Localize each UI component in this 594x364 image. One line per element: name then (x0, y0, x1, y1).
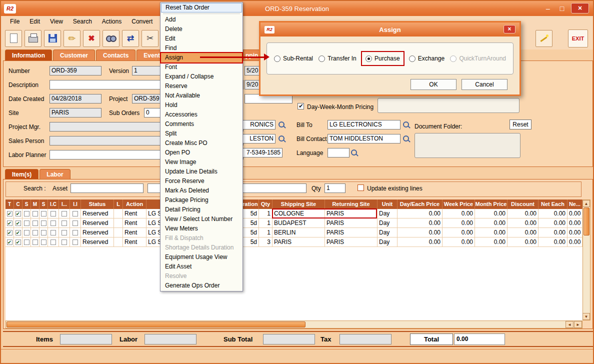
row-checkbox-cell[interactable] (40, 218, 48, 228)
table-cell[interactable]: Rent (123, 238, 146, 247)
menu-item-mark-as-deleted[interactable]: Mark As Deleted (161, 186, 242, 196)
table-cell[interactable]: Rent (123, 218, 146, 228)
row-checkbox-cell[interactable]: ✔ (14, 228, 22, 238)
menu-item-force-reserve[interactable]: Force Reserve (161, 176, 242, 186)
checkbox-icon[interactable] (32, 211, 38, 216)
table-cell[interactable]: 0.00 (475, 218, 508, 228)
checkbox-icon[interactable] (41, 230, 46, 236)
column-header-0[interactable]: T (6, 200, 14, 209)
table-cell[interactable]: 0.00 (442, 238, 475, 247)
column-header-14[interactable]: Shipping Site (272, 200, 325, 209)
hscroll-thumb[interactable] (6, 322, 306, 328)
table-cell[interactable]: 0.00 (508, 238, 538, 247)
row-checkbox-cell[interactable] (48, 238, 59, 247)
item-tab-item-s[interactable]: Item(s) (5, 169, 38, 180)
table-cell[interactable]: 1 (259, 218, 272, 228)
menu-item-find[interactable]: Find (161, 44, 242, 53)
menubar-item-file[interactable]: File (5, 17, 24, 26)
checkbox-icon[interactable] (32, 240, 38, 245)
checkbox-icon[interactable] (24, 220, 30, 226)
row-checkbox-cell[interactable]: ✔ (14, 238, 22, 247)
table-cell[interactable]: 3 (259, 238, 272, 247)
row-checkbox-cell[interactable] (70, 238, 81, 247)
number-input[interactable]: ORD-359 (50, 66, 102, 76)
tab-shipping-partial[interactable]: ppin (243, 50, 260, 60)
date-created-input[interactable]: 04/28/2018 (50, 94, 102, 104)
row-checkbox-cell[interactable] (31, 218, 40, 228)
menubar-item-view[interactable]: View (45, 17, 68, 26)
scroll-left-icon[interactable]: ◄ (566, 321, 574, 328)
column-header-22[interactable]: Ne... (568, 200, 582, 209)
menu-item-view-image[interactable]: View Image (161, 158, 242, 167)
checkbox-checked-icon[interactable]: ✔ (16, 211, 21, 216)
table-cell[interactable]: 0.00 (538, 228, 568, 238)
table-cell[interactable]: 0.00 (475, 238, 508, 247)
table-cell[interactable]: 0.00 (398, 228, 442, 238)
checkbox-checked-icon[interactable]: ✔ (16, 220, 21, 226)
row-checkbox-cell[interactable]: ✔ (14, 209, 22, 218)
row-checkbox-cell[interactable]: ✔ (14, 218, 22, 228)
table-cell[interactable]: 0.00 (508, 209, 538, 218)
table-cell[interactable]: 0.00 (398, 238, 442, 247)
row-checkbox-cell[interactable] (48, 228, 59, 238)
menu-item-open-po[interactable]: Open PO (161, 148, 242, 158)
row-checkbox-cell[interactable] (48, 218, 59, 228)
row-checkbox-cell[interactable] (59, 228, 70, 238)
table-cell[interactable]: Day (378, 209, 398, 218)
table-cell[interactable]: 0.00 (568, 209, 582, 218)
row-checkbox-cell[interactable] (31, 209, 40, 218)
checkbox-icon[interactable] (50, 220, 56, 226)
menu-item-edit-asset[interactable]: Edit Asset (161, 262, 242, 272)
menu-item-create-misc-po[interactable]: Create Misc PO (161, 138, 242, 148)
menu-item-delete[interactable]: Delete (161, 24, 242, 34)
table-cell[interactable]: 0.00 (508, 228, 538, 238)
row-checkbox-cell[interactable]: ✔ (6, 228, 14, 238)
menu-item-view-select-lot-number[interactable]: View / Select Lot Number (161, 214, 242, 224)
dialog-close-icon[interactable]: × (504, 25, 516, 34)
row-checkbox-cell[interactable] (22, 228, 31, 238)
menu-item-equipment-usage-view[interactable]: Equipment Usage View (161, 252, 242, 262)
table-cell[interactable] (114, 238, 123, 247)
contact-search-icon[interactable] (278, 135, 286, 143)
menu-item-accessories[interactable]: Accessories (161, 110, 242, 120)
checkbox-icon[interactable] (50, 211, 56, 216)
checkbox-icon[interactable] (72, 220, 78, 226)
checkbox-icon[interactable] (41, 211, 46, 216)
row-checkbox-cell[interactable] (22, 209, 31, 218)
checkbox-icon[interactable] (24, 240, 30, 245)
bill-to-input[interactable]: LG ELECTRONICS (328, 120, 400, 130)
menu-item-detail-pricing[interactable]: Detail Pricing (161, 205, 242, 214)
radio-exchange[interactable]: Exchange (409, 55, 444, 62)
column-header-3[interactable]: M (31, 200, 40, 209)
column-header-10[interactable]: Action (123, 200, 146, 209)
document-folder-box[interactable] (414, 133, 520, 158)
row-checkbox-cell[interactable]: ✔ (6, 238, 14, 247)
table-cell[interactable]: Reserved (81, 218, 114, 228)
menu-item-hold[interactable]: Hold (161, 100, 242, 110)
column-header-6[interactable]: I... (59, 200, 70, 209)
checkbox-icon[interactable] (24, 211, 30, 216)
row-checkbox-cell[interactable] (40, 209, 48, 218)
reset-button[interactable]: Reset (510, 120, 532, 130)
row-checkbox-cell[interactable] (59, 218, 70, 228)
vscroll-thumb[interactable] (584, 208, 590, 236)
menu-item-font[interactable]: Font (161, 62, 242, 72)
column-header-4[interactable]: S (40, 200, 48, 209)
find-binoculars-button[interactable] (102, 30, 120, 47)
delete-button[interactable] (83, 30, 100, 47)
table-cell[interactable]: PARIS (325, 218, 378, 228)
site-input[interactable]: PARIS (50, 108, 102, 118)
table-cell[interactable]: Reserved (81, 228, 114, 238)
table-cell[interactable]: Reserved (81, 238, 114, 247)
table-row[interactable]: ✔✔ReservedRentLG ST5d1BERLINPARISDay0.00… (6, 228, 582, 238)
row-checkbox-cell[interactable] (22, 238, 31, 247)
table-cell[interactable]: 0.00 (442, 218, 475, 228)
table-cell[interactable]: PARIS (325, 238, 378, 247)
checkbox-icon[interactable] (62, 220, 67, 226)
table-row[interactable]: ✔✔ReservedRentLG ST5d1BUDAPESTPARISDay0.… (6, 218, 582, 228)
row-checkbox-cell[interactable]: ✔ (6, 209, 14, 218)
scroll-down-icon[interactable]: ▼ (582, 313, 590, 320)
cancel-button[interactable]: Cancel (462, 79, 508, 90)
menu-item-not-available[interactable]: Not Available (161, 91, 242, 100)
table-cell[interactable]: 0.00 (508, 218, 538, 228)
